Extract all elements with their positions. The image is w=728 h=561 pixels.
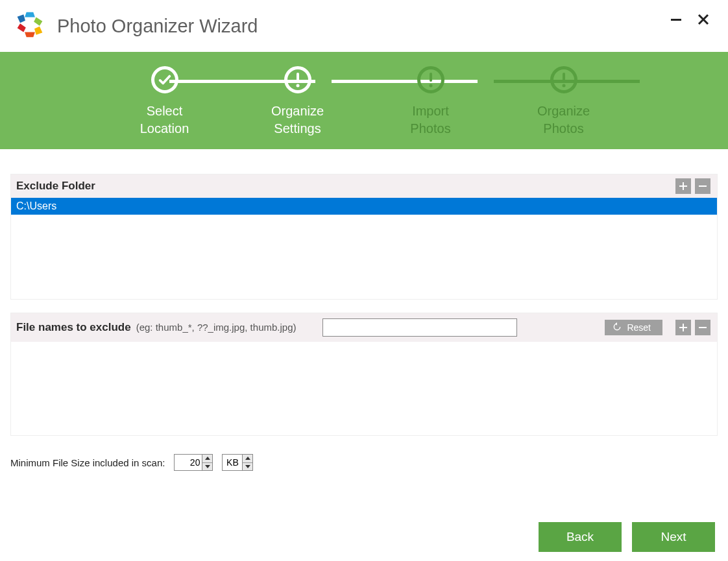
next-button[interactable]: Next: [632, 522, 715, 552]
minimize-button[interactable]: [668, 12, 684, 27]
wizard-footer: Back Next: [539, 522, 715, 552]
step-label: Photos: [537, 120, 590, 137]
exclude-folder-list[interactable]: C:\Users: [11, 198, 717, 299]
exclude-names-title: File names to exclude: [16, 321, 131, 334]
exclaim-icon: [417, 66, 444, 93]
app-logo-icon: [16, 10, 44, 42]
step-label: Import: [410, 102, 450, 120]
exclude-names-panel: File names to exclude (eg: thumb_*, ??_i…: [10, 313, 718, 436]
svg-marker-3: [25, 32, 35, 37]
step-select-location: Select Location: [98, 66, 231, 137]
svg-point-10: [296, 84, 299, 88]
svg-marker-22: [205, 457, 210, 460]
exclude-names-list[interactable]: [11, 342, 717, 435]
exclude-names-input[interactable]: [322, 318, 517, 337]
exclude-folder-panel: Exclude Folder C:\Users: [10, 174, 718, 300]
min-file-size-row: Minimum File Size included in scan:: [10, 436, 718, 471]
title-bar: Photo Organizer Wizard: [0, 0, 728, 52]
remove-name-button[interactable]: [695, 320, 710, 335]
reset-button[interactable]: Reset: [605, 320, 662, 335]
svg-marker-1: [34, 18, 42, 26]
svg-rect-16: [679, 185, 687, 187]
step-label: Location: [140, 120, 189, 137]
window-title: Photo Organizer Wizard: [57, 16, 258, 37]
svg-marker-4: [18, 23, 26, 32]
spin-down-icon[interactable]: [202, 463, 212, 471]
wizard-stepper: Select Location Organize Settings Import…: [0, 52, 728, 149]
step-label: Select: [140, 102, 189, 120]
reset-icon: [613, 322, 622, 333]
exclude-names-hint: (eg: thumb_*, ??_img.jpg, thumb.jpg): [136, 322, 297, 333]
svg-marker-23: [205, 465, 210, 468]
min-size-unit-spinner[interactable]: [222, 454, 253, 471]
spin-up-icon[interactable]: [202, 455, 212, 463]
svg-point-14: [562, 84, 565, 88]
svg-marker-2: [34, 27, 42, 35]
svg-point-12: [429, 84, 432, 88]
spin-up-icon[interactable]: [243, 455, 252, 463]
svg-marker-25: [245, 465, 250, 468]
exclaim-icon: [284, 66, 311, 93]
step-label: Settings: [271, 120, 324, 137]
step-organize-settings: Organize Settings: [231, 66, 364, 137]
svg-rect-11: [430, 73, 432, 82]
close-button[interactable]: [696, 12, 711, 27]
svg-marker-0: [25, 12, 35, 18]
step-label: Photos: [410, 120, 450, 137]
min-size-value-spinner[interactable]: [174, 454, 213, 471]
min-size-unit-input[interactable]: [223, 455, 242, 470]
svg-marker-24: [245, 457, 250, 460]
back-button[interactable]: Back: [539, 522, 622, 552]
svg-rect-20: [679, 327, 687, 328]
svg-rect-17: [699, 185, 707, 187]
svg-rect-9: [297, 73, 299, 82]
exclaim-icon: [550, 66, 577, 93]
svg-rect-6: [671, 19, 681, 21]
remove-folder-button[interactable]: [695, 178, 710, 194]
spin-down-icon[interactable]: [243, 463, 252, 471]
svg-marker-5: [18, 14, 25, 23]
svg-rect-13: [563, 73, 565, 82]
check-icon: [151, 66, 178, 93]
add-folder-button[interactable]: [675, 178, 691, 194]
min-size-value-input[interactable]: [175, 455, 202, 470]
step-label: Organize: [537, 102, 590, 120]
reset-label: Reset: [627, 322, 651, 333]
step-organize-photos: Organize Photos: [497, 66, 630, 137]
step-label: Organize: [271, 102, 324, 120]
exclude-folder-title: Exclude Folder: [16, 180, 95, 193]
list-item[interactable]: C:\Users: [11, 198, 717, 215]
svg-rect-21: [699, 327, 707, 328]
step-import-photos: Import Photos: [364, 66, 497, 137]
svg-marker-18: [616, 322, 618, 326]
add-name-button[interactable]: [675, 320, 691, 335]
min-file-size-label: Minimum File Size included in scan:: [10, 457, 165, 468]
